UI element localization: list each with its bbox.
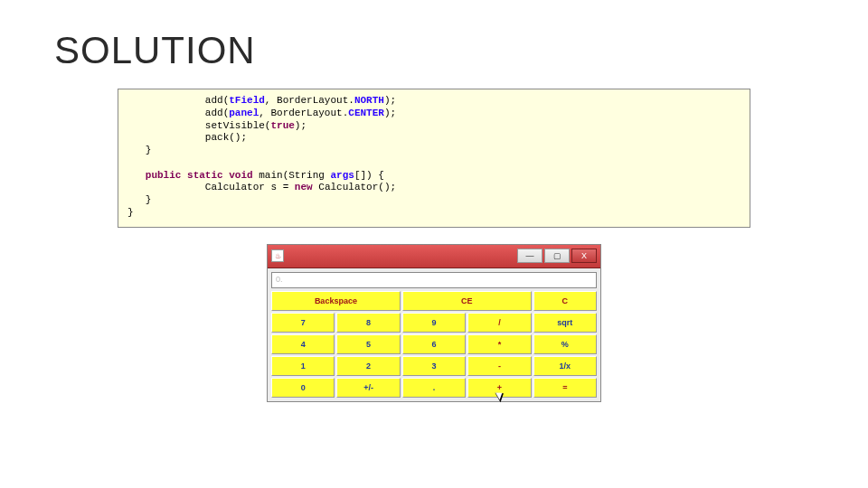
calc-display: 0.: [271, 272, 597, 288]
key-inverse[interactable]: 1/x: [533, 356, 597, 376]
keypad: Backspace CE C 7 8 9 / sqrt 4 5 6 * % 1 …: [271, 291, 597, 398]
calculator-window: ♨ — ▢ X 0. Backspace CE C 7 8 9 / sqrt 4…: [267, 244, 601, 402]
minimize-button[interactable]: —: [517, 249, 542, 263]
key-9[interactable]: 9: [402, 313, 466, 333]
key-1[interactable]: 1: [271, 356, 335, 376]
key-4[interactable]: 4: [271, 334, 335, 354]
key-6[interactable]: 6: [402, 334, 466, 354]
key-dot[interactable]: .: [402, 378, 466, 398]
key-ce[interactable]: CE: [402, 291, 532, 311]
slide: SOLUTION add(tField, BorderLayout.NORTH)…: [0, 0, 868, 488]
key-plusminus[interactable]: +/-: [336, 378, 400, 398]
maximize-button[interactable]: ▢: [544, 249, 570, 263]
key-2[interactable]: 2: [336, 356, 400, 376]
key-7[interactable]: 7: [271, 313, 335, 333]
window-titlebar[interactable]: ♨ — ▢ X: [268, 245, 600, 268]
calculator-body: 0. Backspace CE C 7 8 9 / sqrt 4 5 6 * %…: [268, 268, 600, 401]
close-button[interactable]: X: [571, 249, 597, 263]
key-multiply[interactable]: *: [467, 334, 531, 354]
key-divide[interactable]: /: [467, 313, 531, 333]
key-subtract[interactable]: -: [467, 356, 531, 376]
key-equals[interactable]: =: [533, 378, 597, 398]
key-3[interactable]: 3: [402, 356, 466, 376]
key-add[interactable]: +: [467, 378, 531, 398]
key-0[interactable]: 0: [271, 378, 335, 398]
key-backspace[interactable]: Backspace: [271, 291, 401, 311]
java-icon: ♨: [271, 249, 284, 262]
key-sqrt[interactable]: sqrt: [533, 313, 597, 333]
key-5[interactable]: 5: [336, 334, 400, 354]
key-c[interactable]: C: [533, 291, 597, 311]
key-percent[interactable]: %: [533, 334, 597, 354]
key-8[interactable]: 8: [336, 313, 400, 333]
code-block: add(tField, BorderLayout.NORTH); add(pan…: [118, 89, 750, 228]
page-title: SOLUTION: [54, 29, 814, 72]
